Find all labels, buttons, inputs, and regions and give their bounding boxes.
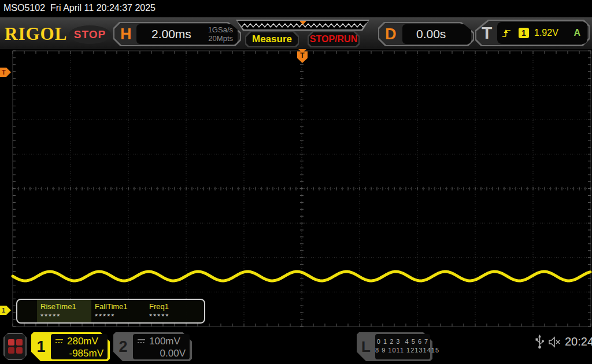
- display-grid-button[interactable]: [3, 333, 27, 360]
- measurement-name: RiseTime1: [40, 302, 91, 311]
- channel2-scale: 100mV: [149, 336, 180, 347]
- horizontal-inner-box: 2.00ms 1GSa/s 20Mpts: [136, 24, 238, 44]
- top-status-strip: MSO5102 Fri April 11 20:24:37 2025: [0, 0, 592, 17]
- speaker-muted-icon: [548, 336, 562, 348]
- trigger-label: T: [482, 23, 492, 43]
- delay-value: 0.00s: [416, 27, 446, 41]
- measurement-value: *****: [95, 312, 146, 321]
- stop-run-button[interactable]: STOP/RUN: [308, 31, 360, 47]
- bottom-bar: 1 280mV -985mV 2 100mV 0.00V: [0, 328, 592, 364]
- dc-coupling-icon: [136, 338, 146, 344]
- trigger-level-value: 1.92V: [534, 28, 558, 38]
- channel2-inner: 100mV 0.00V: [133, 334, 190, 359]
- horizontal-settings-box[interactable]: H 2.00ms 1GSa/s 20Mpts: [113, 22, 241, 46]
- measure-button-fill: Measure: [246, 32, 298, 46]
- trigger-inner-box: 1 1.92V A: [497, 22, 587, 44]
- channel1-inner: 280mV -985mV: [51, 334, 108, 359]
- trigger-source-badge: 1: [519, 28, 529, 38]
- trigger-position-t-icon: T: [297, 51, 308, 63]
- memory-depth: 20Mpts: [208, 34, 233, 43]
- rigol-logo: RIGOL: [5, 24, 67, 44]
- measure-button[interactable]: Measure: [245, 31, 299, 47]
- measurement-panel[interactable]: RiseTime1 ***** FallTime1 ***** Freq1 **…: [16, 299, 205, 324]
- usb-icon: [535, 335, 544, 350]
- measurement-value: *****: [40, 312, 91, 321]
- measurement-value: *****: [149, 312, 200, 321]
- horizontal-label: H: [120, 25, 132, 43]
- channel2-box[interactable]: 2 100mV 0.00V: [113, 332, 192, 361]
- measurement-item-falltime[interactable]: FallTime1 *****: [91, 300, 146, 322]
- four-squares-icon: [8, 339, 23, 354]
- logic-row-2: 8 9 1011 12131415: [375, 346, 430, 355]
- preview-trigger-position-icon: [299, 21, 306, 25]
- measurement-name: FallTime1: [95, 302, 146, 311]
- measurement-item-risetime[interactable]: RiseTime1 *****: [37, 300, 91, 322]
- header-bar: RIGOL STOP H 2.00ms 1GSa/s 20Mpts Measur…: [0, 17, 592, 49]
- rising-edge-icon: [502, 28, 512, 38]
- clock: 20:24: [565, 335, 592, 348]
- model-and-datetime: MSO5102 Fri April 11 20:24:37 2025: [3, 3, 156, 13]
- delay-label: D: [385, 25, 397, 43]
- logic-row-1: 0 1 2 3 4 5 6 7: [375, 337, 430, 346]
- sample-rate: 1GSa/s: [208, 25, 233, 34]
- acquisition-status-label: STOP: [74, 28, 106, 41]
- channel1-number: 1: [31, 332, 51, 361]
- graticule-grid-and-trace: [0, 49, 592, 328]
- graticule-area: T T 1 RiseTime1 ***** FallTime1 ***** Fr…: [0, 49, 592, 328]
- stop-run-button-fill: STOP/RUN: [309, 32, 358, 46]
- delay-box[interactable]: D 0.00s: [378, 22, 474, 46]
- trigger-position-marker[interactable]: T: [297, 49, 308, 63]
- channel2-offset: 0.00V: [136, 347, 186, 359]
- logic-label: L: [357, 332, 375, 361]
- acquisition-status-badge: STOP: [69, 25, 111, 44]
- waveform-preview-strip[interactable]: [236, 20, 369, 31]
- stop-run-button-label: STOP/RUN: [310, 34, 357, 44]
- measurement-name: Freq1: [149, 302, 200, 311]
- timebase-value: 2.00ms: [151, 27, 191, 41]
- delay-inner-box: 0.00s: [402, 24, 471, 44]
- channel1-offset: -985mV: [54, 347, 103, 359]
- measurement-item-freq[interactable]: Freq1 *****: [146, 300, 200, 322]
- logic-inner: 0 1 2 3 4 5 6 7 8 9 1011 12131415: [375, 334, 430, 359]
- channel1-scale: 280mV: [67, 336, 98, 347]
- trigger-box[interactable]: T 1 1.92V A: [475, 20, 590, 46]
- channel2-number: 2: [113, 332, 133, 361]
- dc-coupling-icon: [54, 338, 64, 344]
- display-grid-button-fill: [5, 334, 25, 359]
- measure-button-label: Measure: [252, 34, 292, 45]
- logic-channels-box[interactable]: L 0 1 2 3 4 5 6 7 8 9 1011 12131415: [357, 332, 432, 361]
- sample-rate-block: 1GSa/s 20Mpts: [208, 25, 233, 43]
- channel1-box[interactable]: 1 280mV -985mV: [31, 332, 110, 361]
- trigger-mode: A: [574, 28, 580, 38]
